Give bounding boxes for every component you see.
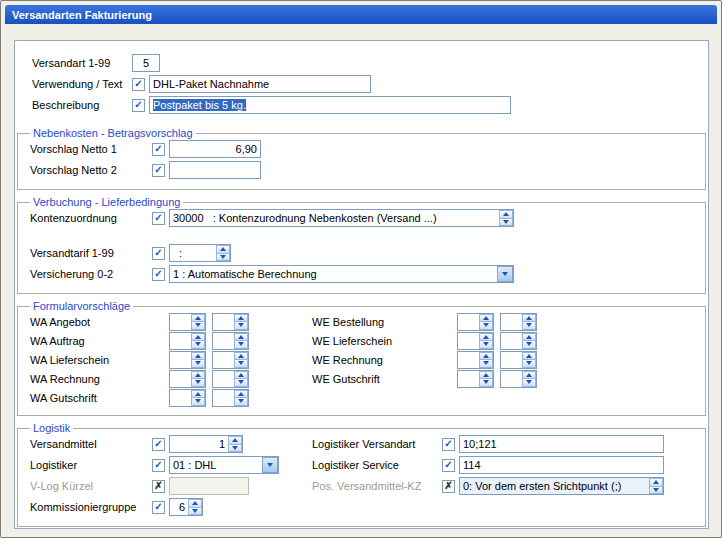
spin-up-button[interactable]: [479, 333, 493, 342]
netto1-input[interactable]: 6,90: [169, 140, 261, 158]
kommissioniergruppe-checkbox[interactable]: ✓: [152, 501, 165, 514]
versandmittel-checkbox[interactable]: ✓: [152, 438, 165, 451]
spin-down-button[interactable]: [188, 508, 202, 516]
spin-down-button[interactable]: [499, 219, 513, 227]
spin-down-button[interactable]: [479, 322, 493, 330]
spin-down-button[interactable]: [216, 254, 230, 262]
verwendung-checkbox[interactable]: ✓: [132, 78, 145, 91]
dropdown-button[interactable]: [497, 266, 513, 282]
spin-down-button[interactable]: [228, 445, 242, 453]
formular-spinner[interactable]: [457, 370, 494, 388]
vlog-input[interactable]: [169, 477, 249, 495]
formular-spinner[interactable]: [457, 332, 494, 350]
spin-up-button[interactable]: [522, 314, 536, 323]
logistiker-versandart-checkbox[interactable]: ✓: [442, 438, 455, 451]
formular-spinner[interactable]: [169, 389, 206, 407]
spinner-buttons: [191, 390, 205, 406]
spin-up-button[interactable]: [479, 371, 493, 380]
formular-spinner[interactable]: [500, 332, 537, 350]
spin-up-button[interactable]: [191, 371, 205, 380]
spin-up-button[interactable]: [649, 478, 663, 487]
verwendung-input[interactable]: DHL-Paket Nachnahme: [149, 75, 371, 93]
versicherung-checkbox[interactable]: ✓: [152, 268, 165, 281]
formular-spinner[interactable]: [500, 313, 537, 331]
formular-group-title: Formularvorschläge: [30, 300, 133, 312]
formular-spinner[interactable]: [457, 313, 494, 331]
pos-versandmittel-kz-combobox[interactable]: 0: Vor dem ersten Srichtpunkt (;): [459, 477, 664, 495]
spin-up-button[interactable]: [479, 314, 493, 323]
spin-down-button[interactable]: [234, 379, 248, 387]
logistiker-dropdown[interactable]: 01 : DHL: [169, 456, 279, 474]
spin-down-button[interactable]: [191, 322, 205, 330]
kontenzuordnung-combobox[interactable]: 30000 : Kontenzurodnung Nebenkosten (Ver…: [169, 209, 514, 227]
spin-up-button[interactable]: [191, 333, 205, 342]
kommissioniergruppe-row: Kommissioniergruppe ✓ 6: [30, 497, 312, 517]
netto2-input[interactable]: [169, 161, 261, 179]
spin-down-button[interactable]: [522, 360, 536, 368]
spin-down-button[interactable]: [479, 379, 493, 387]
spin-up-button[interactable]: [522, 333, 536, 342]
vlog-checkbox[interactable]: ✗: [152, 480, 165, 493]
spin-up-button[interactable]: [191, 390, 205, 399]
kommissioniergruppe-spinner[interactable]: 6: [169, 498, 203, 516]
spin-up-button[interactable]: [228, 436, 242, 445]
formular-spinner[interactable]: [212, 332, 249, 350]
spin-up-button[interactable]: [216, 245, 230, 254]
formular-spinner[interactable]: [212, 313, 249, 331]
spin-down-button[interactable]: [234, 360, 248, 368]
formular-spinner[interactable]: [212, 389, 249, 407]
spin-up-button[interactable]: [191, 314, 205, 323]
spin-down-button[interactable]: [234, 341, 248, 349]
logistiker-service-checkbox[interactable]: ✓: [442, 459, 455, 472]
formular-spinner[interactable]: [169, 332, 206, 350]
formular-spinner[interactable]: [212, 351, 249, 369]
formular-spinner[interactable]: [500, 370, 537, 388]
spin-up-button[interactable]: [234, 314, 248, 323]
formular-spinner[interactable]: [457, 351, 494, 369]
logistiker-checkbox[interactable]: ✓: [152, 459, 165, 472]
beschreibung-input[interactable]: Postpaket bis 5 kg.: [149, 96, 511, 114]
spin-up-button[interactable]: [234, 333, 248, 342]
spin-up-button[interactable]: [522, 371, 536, 380]
spin-down-button[interactable]: [234, 322, 248, 330]
spin-down-button[interactable]: [522, 322, 536, 330]
spin-up-button[interactable]: [234, 371, 248, 380]
netto1-checkbox[interactable]: ✓: [152, 143, 165, 156]
spin-down-button[interactable]: [479, 360, 493, 368]
logistiker-service-input[interactable]: 114: [459, 456, 664, 474]
spin-up-button[interactable]: [479, 352, 493, 361]
spin-down-button[interactable]: [191, 398, 205, 406]
formular-spinner[interactable]: [169, 313, 206, 331]
formular-spinner[interactable]: [500, 351, 537, 369]
versandmittel-spinner[interactable]: 1: [169, 435, 243, 453]
versicherung-dropdown[interactable]: 1 : Automatische Berechnung: [169, 265, 514, 283]
spin-down-button[interactable]: [522, 341, 536, 349]
spin-down-button[interactable]: [479, 341, 493, 349]
versandart-input[interactable]: 5: [132, 54, 160, 72]
netto2-label: Vorschlag Netto 2: [30, 164, 152, 176]
formular-spinner[interactable]: [212, 370, 249, 388]
pos-versandmittel-kz-checkbox[interactable]: ✗: [442, 480, 455, 493]
spin-down-button[interactable]: [649, 487, 663, 495]
spin-up-button[interactable]: [522, 352, 536, 361]
netto2-checkbox[interactable]: ✓: [152, 164, 165, 177]
spin-down-button[interactable]: [191, 341, 205, 349]
kontenzuordnung-checkbox[interactable]: ✓: [152, 212, 165, 225]
logistiker-versandart-input[interactable]: 10;121: [459, 435, 664, 453]
beschreibung-checkbox[interactable]: ✓: [132, 99, 145, 112]
spin-up-button[interactable]: [188, 499, 202, 508]
dropdown-button[interactable]: [262, 457, 278, 473]
spin-down-button[interactable]: [191, 360, 205, 368]
window-titlebar[interactable]: Versandarten Fakturierung: [5, 5, 717, 24]
spin-down-button[interactable]: [522, 379, 536, 387]
spin-down-button[interactable]: [191, 379, 205, 387]
formular-spinner[interactable]: [169, 370, 206, 388]
spin-down-button[interactable]: [234, 398, 248, 406]
spin-up-button[interactable]: [499, 210, 513, 219]
spin-up-button[interactable]: [234, 390, 248, 399]
versandtarif-combobox[interactable]: :: [169, 244, 231, 262]
versandtarif-checkbox[interactable]: ✓: [152, 247, 165, 260]
spin-up-button[interactable]: [234, 352, 248, 361]
spin-up-button[interactable]: [191, 352, 205, 361]
formular-spinner[interactable]: [169, 351, 206, 369]
